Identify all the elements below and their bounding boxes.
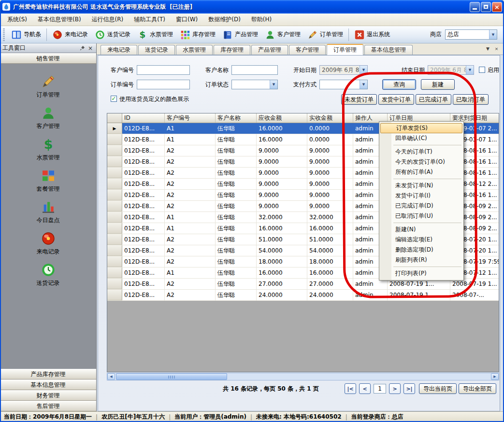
menu-item[interactable]: 基本信息管理(B): [32, 14, 86, 26]
sidebar-item-customer[interactable]: 客户管理: [0, 103, 96, 134]
end-date-picker[interactable]: 2009年 6月 8日 ▼: [428, 65, 474, 75]
sidebar-group-header[interactable]: 售后管理: [0, 401, 96, 411]
sidebar-group-header[interactable]: 产品库存管理: [0, 369, 96, 380]
row-selector[interactable]: [107, 223, 122, 234]
toolbar-button-customer[interactable]: 客户管理: [261, 28, 304, 42]
toolbar-button-inventory[interactable]: 库存管理: [176, 28, 219, 42]
toolbar-button-delivery-record[interactable]: 送货记录: [91, 28, 134, 42]
menu-item[interactable]: 数据维护(D): [203, 14, 246, 26]
minimize-button[interactable]: [470, 2, 480, 12]
context-menu-item[interactable]: 编辑选定项(E): [380, 235, 463, 245]
tab-2[interactable]: 水票管理: [176, 45, 213, 55]
grid-column-header[interactable]: 应收金额: [257, 113, 307, 123]
status-filter-button[interactable]: 发货中订单: [378, 94, 414, 105]
context-menu-item[interactable]: 新建(N): [380, 225, 463, 235]
row-selector[interactable]: [107, 201, 122, 211]
pay-method-combo[interactable]: ▼: [319, 80, 368, 89]
maximize-button[interactable]: [481, 2, 491, 12]
chevron-down-icon[interactable]: ▼: [360, 66, 367, 74]
tab-7[interactable]: 基本信息管理: [364, 45, 413, 55]
chevron-down-icon[interactable]: ▼: [360, 80, 367, 89]
prev-page-button[interactable]: <: [359, 383, 371, 394]
menu-item[interactable]: 帮助(H): [246, 14, 277, 26]
grid-column-header[interactable]: ID: [122, 113, 165, 123]
chevron-down-icon[interactable]: ▼: [489, 30, 497, 39]
menu-item[interactable]: 运行信息(R): [86, 14, 129, 26]
sidebar-item-delivery-record[interactable]: 送货记录: [0, 260, 96, 291]
scroll-right-icon[interactable]: ▶: [491, 373, 499, 380]
query-button[interactable]: 查询: [382, 79, 416, 90]
row-selector[interactable]: [107, 290, 122, 300]
chevron-down-icon[interactable]: ▼: [270, 80, 277, 89]
context-menu-item[interactable]: 回单确认(C): [380, 133, 463, 143]
row-selector[interactable]: [107, 212, 122, 223]
order-no-input[interactable]: [137, 80, 190, 89]
status-filter-button[interactable]: 已完成订单: [416, 94, 451, 105]
context-menu-item[interactable]: 今天的订单(T): [380, 147, 463, 157]
context-menu-item[interactable]: 刷新列表(R): [380, 255, 463, 265]
row-selector[interactable]: [107, 145, 122, 156]
tab-3[interactable]: 库存管理: [214, 45, 250, 55]
toolbar-button-call-record[interactable]: 来电记录: [49, 28, 91, 42]
row-selector[interactable]: [107, 279, 122, 289]
row-selector[interactable]: [107, 168, 122, 178]
row-selector[interactable]: [107, 179, 122, 189]
close-button[interactable]: ×: [492, 2, 502, 12]
scroll-left-icon[interactable]: ◀: [107, 373, 115, 380]
sidebar-item-package[interactable]: 套餐管理: [0, 166, 96, 197]
menu-item[interactable]: 窗口(W): [171, 14, 203, 26]
context-menu-item[interactable]: 所有的订单(A): [380, 167, 463, 177]
row-selector[interactable]: ▶: [107, 123, 122, 134]
tab-6[interactable]: 订单管理: [327, 44, 363, 55]
tab-4[interactable]: 产品管理: [251, 45, 288, 55]
customer-name-input[interactable]: [231, 65, 278, 75]
tab-close-icon[interactable]: ×: [493, 45, 500, 52]
chevron-down-icon[interactable]: ▼: [466, 66, 474, 74]
table-row[interactable]: 012D-E8...A2伍华聪24.000024.0000admin2008-0…: [107, 290, 499, 301]
row-selector[interactable]: [107, 190, 122, 200]
toolbar-button-product[interactable]: 产品管理: [219, 28, 261, 42]
row-selector[interactable]: [107, 267, 122, 278]
row-selector[interactable]: [107, 134, 122, 145]
scrollbar-track[interactable]: [115, 373, 491, 380]
tab-1[interactable]: 送货记录: [138, 45, 175, 55]
pin-icon[interactable]: [79, 45, 86, 52]
enable-checkbox[interactable]: [479, 67, 485, 73]
first-page-button[interactable]: |<: [345, 383, 356, 394]
context-menu-item[interactable]: 已取消订单(U): [380, 211, 463, 221]
sidebar-group-header[interactable]: 基本信息管理: [0, 380, 96, 390]
close-icon[interactable]: ×: [87, 45, 94, 52]
sidebar-item-stocktake[interactable]: 今日盘点: [0, 197, 96, 228]
sidebar-item-water-ticket[interactable]: $水票管理: [0, 134, 96, 166]
grid-column-header[interactable]: 客户名称: [216, 113, 257, 123]
grid-column-header[interactable]: 实收金额: [307, 113, 353, 123]
toolbar-button-order[interactable]: 订单管理: [304, 28, 346, 42]
context-menu-item[interactable]: 未发货订单(N): [380, 181, 463, 191]
tab-5[interactable]: 客户管理: [289, 45, 326, 55]
tab-list-chevron-icon[interactable]: ▼: [484, 45, 491, 52]
store-combo[interactable]: 总店 ▼: [445, 29, 497, 40]
next-page-button[interactable]: >: [389, 383, 401, 394]
status-filter-button[interactable]: 已取消订单: [453, 94, 489, 105]
sidebar-item-call-record[interactable]: 来电记录: [0, 228, 96, 260]
color-display-checkbox[interactable]: [111, 96, 117, 102]
customer-no-input[interactable]: [137, 65, 190, 75]
last-page-button[interactable]: >|: [403, 383, 415, 394]
context-menu-item[interactable]: 已完成订单(D): [380, 201, 463, 211]
export-all-pages-button[interactable]: 导出全部页: [459, 383, 496, 394]
row-selector[interactable]: [107, 156, 122, 167]
menu-item[interactable]: 辅助工具(T): [129, 14, 171, 26]
tab-0[interactable]: 来电记录: [101, 45, 137, 55]
context-menu-item[interactable]: 今天的发货订单(O): [380, 157, 463, 167]
page-number-input[interactable]: [374, 384, 386, 394]
context-menu-item[interactable]: 订单发货(S): [380, 123, 462, 133]
row-selector[interactable]: [107, 234, 122, 245]
sidebar-item-order[interactable]: 订单管理: [0, 71, 96, 103]
row-selector[interactable]: [107, 245, 122, 256]
scrollbar-thumb[interactable]: [116, 373, 227, 380]
row-selector[interactable]: [107, 256, 122, 267]
start-date-picker[interactable]: 2009年 6月 8日 ▼: [319, 65, 368, 75]
sidebar-group-sales[interactable]: 销售管理: [0, 53, 96, 64]
sidebar-group-header[interactable]: 财务管理: [0, 390, 96, 401]
order-status-combo[interactable]: ▼: [231, 80, 278, 89]
